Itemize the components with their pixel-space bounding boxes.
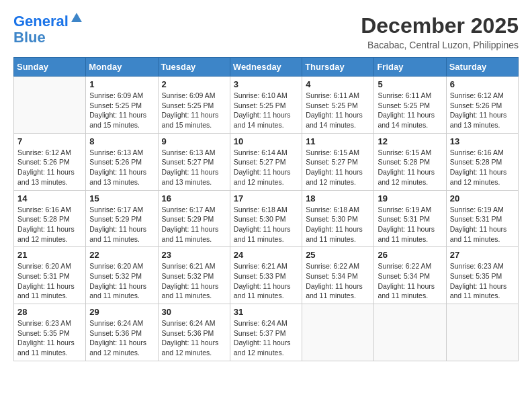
- calendar-cell: 13Sunrise: 6:16 AMSunset: 5:28 PMDayligh…: [446, 133, 518, 190]
- calendar-cell: 24Sunrise: 6:21 AMSunset: 5:33 PMDayligh…: [230, 247, 302, 304]
- day-info: Sunrise: 6:16 AMSunset: 5:28 PMDaylight:…: [450, 148, 515, 187]
- calendar-cell: 5Sunrise: 6:11 AMSunset: 5:25 PMDaylight…: [374, 77, 446, 134]
- calendar-cell: 9Sunrise: 6:13 AMSunset: 5:27 PMDaylight…: [158, 133, 230, 190]
- calendar-cell: 6Sunrise: 6:12 AMSunset: 5:26 PMDaylight…: [446, 77, 518, 134]
- calendar-week-row: 28Sunrise: 6:23 AMSunset: 5:35 PMDayligh…: [14, 304, 519, 361]
- day-info: Sunrise: 6:23 AMSunset: 5:35 PMDaylight:…: [17, 318, 82, 358]
- day-number: 4: [306, 79, 370, 89]
- weekday-header-friday: Friday: [374, 58, 446, 77]
- day-number: 31: [234, 307, 298, 317]
- day-info: Sunrise: 6:24 AMSunset: 5:36 PMDaylight:…: [89, 318, 154, 358]
- calendar-cell: 7Sunrise: 6:12 AMSunset: 5:26 PMDaylight…: [14, 133, 86, 190]
- weekday-header-tuesday: Tuesday: [158, 58, 230, 77]
- calendar-cell: 12Sunrise: 6:15 AMSunset: 5:28 PMDayligh…: [374, 133, 446, 190]
- calendar-cell: 8Sunrise: 6:13 AMSunset: 5:26 PMDaylight…: [86, 133, 158, 190]
- day-info: Sunrise: 6:09 AMSunset: 5:25 PMDaylight:…: [89, 91, 154, 130]
- weekday-header-thursday: Thursday: [302, 58, 374, 77]
- day-info: Sunrise: 6:18 AMSunset: 5:30 PMDaylight:…: [234, 205, 298, 244]
- day-number: 11: [306, 136, 370, 146]
- day-info: Sunrise: 6:09 AMSunset: 5:25 PMDaylight:…: [162, 91, 226, 130]
- calendar-cell: 20Sunrise: 6:19 AMSunset: 5:31 PMDayligh…: [446, 190, 518, 247]
- day-info: Sunrise: 6:10 AMSunset: 5:25 PMDaylight:…: [234, 91, 298, 130]
- calendar-cell: 1Sunrise: 6:09 AMSunset: 5:25 PMDaylight…: [86, 77, 158, 134]
- calendar-table: SundayMondayTuesdayWednesdayThursdayFrid…: [13, 57, 519, 361]
- day-info: Sunrise: 6:12 AMSunset: 5:26 PMDaylight:…: [17, 148, 82, 187]
- day-info: Sunrise: 6:24 AMSunset: 5:36 PMDaylight:…: [162, 318, 226, 358]
- calendar-cell: 11Sunrise: 6:15 AMSunset: 5:27 PMDayligh…: [302, 133, 374, 190]
- calendar-cell: 26Sunrise: 6:22 AMSunset: 5:34 PMDayligh…: [374, 247, 446, 304]
- day-number: 27: [450, 250, 515, 260]
- title-block: December 2025 Bacabac, Central Luzon, Ph…: [361, 13, 519, 50]
- day-number: 2: [162, 79, 226, 89]
- calendar-week-row: 7Sunrise: 6:12 AMSunset: 5:26 PMDaylight…: [14, 133, 519, 190]
- calendar-cell: 22Sunrise: 6:20 AMSunset: 5:32 PMDayligh…: [86, 247, 158, 304]
- location-title: Bacabac, Central Luzon, Philippines: [361, 40, 519, 50]
- day-info: Sunrise: 6:13 AMSunset: 5:27 PMDaylight:…: [162, 148, 226, 187]
- day-number: 20: [450, 193, 515, 203]
- calendar-cell: 17Sunrise: 6:18 AMSunset: 5:30 PMDayligh…: [230, 190, 302, 247]
- day-number: 26: [378, 250, 442, 260]
- calendar-cell: 19Sunrise: 6:19 AMSunset: 5:31 PMDayligh…: [374, 190, 446, 247]
- calendar-week-row: 1Sunrise: 6:09 AMSunset: 5:25 PMDaylight…: [14, 77, 519, 134]
- calendar-cell: 10Sunrise: 6:14 AMSunset: 5:27 PMDayligh…: [230, 133, 302, 190]
- calendar-cell: 18Sunrise: 6:18 AMSunset: 5:30 PMDayligh…: [302, 190, 374, 247]
- calendar-cell: 3Sunrise: 6:10 AMSunset: 5:25 PMDaylight…: [230, 77, 302, 134]
- month-title: December 2025: [361, 13, 519, 38]
- day-number: 9: [162, 136, 226, 146]
- day-info: Sunrise: 6:20 AMSunset: 5:31 PMDaylight:…: [17, 261, 82, 301]
- calendar-cell: 25Sunrise: 6:22 AMSunset: 5:34 PMDayligh…: [302, 247, 374, 304]
- weekday-header-monday: Monday: [86, 58, 158, 77]
- calendar-week-row: 14Sunrise: 6:16 AMSunset: 5:28 PMDayligh…: [14, 190, 519, 247]
- calendar-week-row: 21Sunrise: 6:20 AMSunset: 5:31 PMDayligh…: [14, 247, 519, 304]
- day-number: 16: [162, 193, 226, 203]
- day-number: 1: [89, 79, 154, 89]
- calendar-cell: 30Sunrise: 6:24 AMSunset: 5:36 PMDayligh…: [158, 304, 230, 361]
- calendar-cell: 27Sunrise: 6:23 AMSunset: 5:35 PMDayligh…: [446, 247, 518, 304]
- day-info: Sunrise: 6:22 AMSunset: 5:34 PMDaylight:…: [306, 261, 370, 301]
- calendar-cell: [14, 77, 86, 134]
- day-info: Sunrise: 6:24 AMSunset: 5:37 PMDaylight:…: [234, 318, 298, 358]
- day-number: 12: [378, 136, 442, 146]
- day-info: Sunrise: 6:14 AMSunset: 5:27 PMDaylight:…: [234, 148, 298, 187]
- day-info: Sunrise: 6:13 AMSunset: 5:26 PMDaylight:…: [89, 148, 154, 187]
- day-number: 19: [378, 193, 442, 203]
- day-number: 8: [89, 136, 154, 146]
- weekday-header-saturday: Saturday: [446, 58, 518, 77]
- day-number: 29: [89, 307, 154, 317]
- day-number: 23: [162, 250, 226, 260]
- day-info: Sunrise: 6:15 AMSunset: 5:28 PMDaylight:…: [378, 148, 442, 187]
- calendar-cell: [446, 304, 518, 361]
- day-info: Sunrise: 6:16 AMSunset: 5:28 PMDaylight:…: [17, 205, 82, 244]
- calendar-cell: 14Sunrise: 6:16 AMSunset: 5:28 PMDayligh…: [14, 190, 86, 247]
- day-info: Sunrise: 6:11 AMSunset: 5:25 PMDaylight:…: [378, 91, 442, 130]
- calendar-cell: [374, 304, 446, 361]
- day-info: Sunrise: 6:11 AMSunset: 5:25 PMDaylight:…: [306, 91, 370, 130]
- day-info: Sunrise: 6:19 AMSunset: 5:31 PMDaylight:…: [378, 205, 442, 244]
- day-info: Sunrise: 6:23 AMSunset: 5:35 PMDaylight:…: [450, 261, 515, 301]
- day-info: Sunrise: 6:17 AMSunset: 5:29 PMDaylight:…: [162, 205, 226, 244]
- calendar-cell: 21Sunrise: 6:20 AMSunset: 5:31 PMDayligh…: [14, 247, 86, 304]
- day-number: 24: [234, 250, 298, 260]
- calendar-cell: 15Sunrise: 6:17 AMSunset: 5:29 PMDayligh…: [86, 190, 158, 247]
- day-number: 18: [306, 193, 370, 203]
- day-info: Sunrise: 6:15 AMSunset: 5:27 PMDaylight:…: [306, 148, 370, 187]
- day-number: 5: [378, 79, 442, 89]
- page-header: General Blue December 2025 Bacabac, Cent…: [13, 13, 519, 50]
- calendar-cell: 2Sunrise: 6:09 AMSunset: 5:25 PMDaylight…: [158, 77, 230, 134]
- weekday-header-wednesday: Wednesday: [230, 58, 302, 77]
- day-number: 7: [17, 136, 82, 146]
- calendar-cell: [302, 304, 374, 361]
- logo-text: General: [13, 13, 69, 30]
- day-info: Sunrise: 6:20 AMSunset: 5:32 PMDaylight:…: [89, 261, 154, 301]
- day-number: 22: [89, 250, 154, 260]
- calendar-cell: 28Sunrise: 6:23 AMSunset: 5:35 PMDayligh…: [14, 304, 86, 361]
- day-info: Sunrise: 6:21 AMSunset: 5:32 PMDaylight:…: [162, 261, 226, 301]
- day-number: 25: [306, 250, 370, 260]
- day-number: 14: [17, 193, 82, 203]
- day-number: 28: [17, 307, 82, 317]
- day-number: 13: [450, 136, 515, 146]
- day-number: 30: [162, 307, 226, 317]
- logo-blue: Blue: [13, 30, 83, 46]
- calendar-cell: 16Sunrise: 6:17 AMSunset: 5:29 PMDayligh…: [158, 190, 230, 247]
- day-info: Sunrise: 6:12 AMSunset: 5:26 PMDaylight:…: [450, 91, 515, 130]
